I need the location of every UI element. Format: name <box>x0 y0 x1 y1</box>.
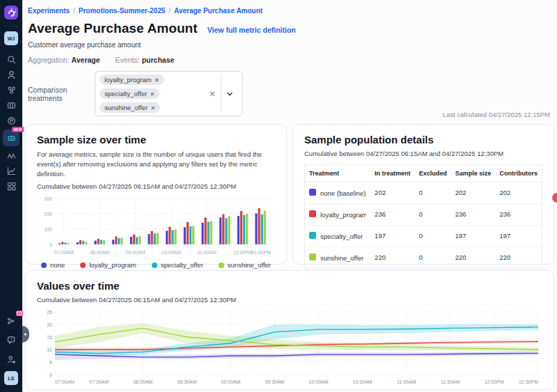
svg-text:09:00AM: 09:00AM <box>221 379 240 384</box>
legend-item[interactable]: sunshine_offer <box>219 261 271 269</box>
table-row: specialty_offer1970197197 <box>305 225 542 246</box>
excluded-cell: 0 <box>415 203 451 225</box>
svg-text:12:30PM: 12:30PM <box>519 379 538 384</box>
sidebar-nav: WJ <box>0 0 22 392</box>
sample-size-card: Sample size over time For average metric… <box>25 124 287 265</box>
ai-assistant-icon[interactable]: AI <box>3 313 19 328</box>
statsig-logo[interactable] <box>4 6 18 19</box>
svg-text:25: 25 <box>47 310 52 315</box>
population-table-body: none (baseline)2020202202loyalty_program… <box>305 182 542 269</box>
sample-size-chart: 07:00AM08:00AM09:00AM10:00AM11:00AM12:00… <box>37 194 274 260</box>
values-card: Values over time Cumulative between 04/2… <box>25 270 554 390</box>
table-column-header: Sample size <box>451 165 496 182</box>
treatment-chip[interactable]: loyalty_program✕ <box>100 75 164 85</box>
new-badge: NEW <box>12 127 24 132</box>
population-cumulative: Cumulative between 04/27/2025 06:15AM an… <box>304 150 542 157</box>
svg-text:10:30AM: 10:30AM <box>353 379 372 384</box>
values-title: Values over time <box>37 280 542 292</box>
svg-text:5: 5 <box>49 360 52 365</box>
chip-remove-icon[interactable]: ✕ <box>150 104 155 111</box>
chip-remove-icon[interactable]: ✕ <box>155 77 159 84</box>
treatment-chip-label: sunshine_offer <box>104 104 148 111</box>
svg-text:08:30AM: 08:30AM <box>177 379 196 384</box>
in-treatment-cell: 202 <box>370 182 415 204</box>
breadcrumb-item[interactable]: Experiments <box>28 7 70 15</box>
sidebar-divider <box>5 26 17 26</box>
legend-item[interactable]: specialty_offer <box>152 261 203 269</box>
treatment-chip-label: specialty_offer <box>104 90 147 97</box>
svg-text:09:00AM: 09:00AM <box>125 250 145 255</box>
svg-text:07:30AM: 07:30AM <box>89 379 109 384</box>
treatment-color-swatch <box>309 253 316 260</box>
treatments-selector[interactable]: loyalty_program✕specialty_offer✕sunshine… <box>95 71 243 116</box>
excluded-cell: 0 <box>415 182 451 204</box>
view-metric-definition-link[interactable]: View full metric definition <box>207 26 296 34</box>
table-row: none (baseline)2020202202 <box>305 182 542 204</box>
treatment-chip[interactable]: sunshine_offer✕ <box>100 102 160 113</box>
main-content: Experiments/Promotions-Summer-2025/Avera… <box>22 0 557 392</box>
table-row: sunshine_offer2200220220 <box>305 246 542 268</box>
svg-text:08:00AM: 08:00AM <box>133 379 152 384</box>
svg-text:15: 15 <box>47 335 52 340</box>
segments-icon[interactable] <box>3 83 19 97</box>
sidebar-item-experiments[interactable]: NEW <box>3 130 19 146</box>
population-card: Sample population details Cumulative bet… <box>292 124 554 265</box>
users-icon[interactable] <box>3 68 19 82</box>
sample-size-cell: 202 <box>451 182 496 204</box>
excluded-cell: 0 <box>415 225 451 246</box>
svg-text:01:00PM: 01:00PM <box>251 250 271 255</box>
bar-chart-legend: noneloyalty_programspecialty_offersunshi… <box>37 261 275 269</box>
svg-text:10:00AM: 10:00AM <box>309 379 329 384</box>
aggregation-value: Average <box>72 56 100 64</box>
dashboards-icon[interactable] <box>3 179 19 194</box>
table-column-header: Contributors <box>495 165 542 182</box>
breadcrumb-item[interactable]: Average Purchase Amount <box>174 7 262 15</box>
chip-remove-icon[interactable]: ✕ <box>150 91 155 97</box>
svg-text:07:00AM: 07:00AM <box>55 379 74 384</box>
chevron-down-icon[interactable] <box>221 91 238 97</box>
aggregation-row: Aggregation:Average Events:purchase <box>28 56 551 64</box>
breadcrumb-item[interactable]: Promotions-Summer-2025 <box>79 7 165 15</box>
legend-item[interactable]: none <box>41 261 65 269</box>
svg-text:200: 200 <box>44 212 52 217</box>
in-treatment-cell: 197 <box>370 225 415 246</box>
comparison-treatments-label: Comparison treatments <box>28 86 92 102</box>
ab-testing-icon[interactable] <box>3 148 19 163</box>
sample-size-description: For average metrics, sample size is the … <box>37 150 267 178</box>
workspace-avatar[interactable]: WJ <box>4 31 18 45</box>
in-treatment-cell: 236 <box>370 203 415 225</box>
treatment-chips: loyalty_program✕specialty_offer✕sunshine… <box>100 75 204 113</box>
feedback-tab[interactable] <box>552 193 557 203</box>
svg-text:10:00AM: 10:00AM <box>162 250 181 255</box>
feature-gates-icon[interactable] <box>3 98 19 113</box>
sample-size-cumulative: Cumulative between 04/27/2025 06:15AM an… <box>37 182 275 190</box>
sample-size-cell: 197 <box>451 225 496 246</box>
svg-text:10: 10 <box>47 347 52 352</box>
user-avatar[interactable]: LS <box>4 371 18 385</box>
search-icon[interactable] <box>3 52 19 67</box>
svg-text:07:00AM: 07:00AM <box>54 250 74 255</box>
svg-text:08:00AM: 08:00AM <box>90 250 109 255</box>
aggregation-label: Aggregation: <box>28 56 70 64</box>
breadcrumb-separator: / <box>73 7 75 15</box>
svg-text:11:30AM: 11:30AM <box>441 379 460 384</box>
svg-text:11:00AM: 11:00AM <box>197 250 217 255</box>
pulse-icon[interactable] <box>3 113 19 128</box>
values-cumulative: Cumulative between 04/27/2025 06:15AM an… <box>37 296 542 304</box>
legend-dot <box>152 262 157 268</box>
treatment-chip[interactable]: specialty_offer✕ <box>100 88 159 99</box>
svg-text:100: 100 <box>44 227 52 232</box>
treatment-color-swatch <box>309 210 316 217</box>
treatment-cell: specialty_offer <box>305 225 371 246</box>
legend-label: none <box>50 261 65 269</box>
events-value: purchase <box>142 56 175 64</box>
help-chat-icon[interactable]: ? <box>3 333 19 347</box>
legend-label: sunshine_offer <box>228 261 271 269</box>
clear-selection-icon[interactable]: ✕ <box>204 89 221 99</box>
metrics-icon[interactable] <box>3 164 19 178</box>
invite-user-icon[interactable] <box>3 352 19 367</box>
treatment-name: loyalty_program <box>320 211 366 219</box>
expand-arrow-icon: ▸ <box>24 331 27 337</box>
legend-item[interactable]: loyalty_program <box>80 261 136 269</box>
table-row: loyalty_program2360236236 <box>305 203 542 225</box>
